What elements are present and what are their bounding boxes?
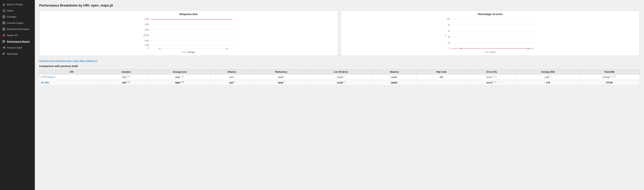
table-header-cell: Min(ms) (211, 70, 253, 75)
legend-label-average: average (187, 51, 195, 53)
svg-text:40: 40 (448, 36, 450, 38)
table-cell: 200 (416, 75, 466, 80)
svg-text:60: 60 (448, 30, 450, 32)
legend-line-average (182, 52, 186, 52)
arrow-up-icon (2, 3, 6, 6)
table-row: HTTP Request550+1505865+162104-25246-411… (40, 75, 640, 80)
svg-text:ms: ms (143, 34, 145, 36)
errors-chart-area: 100 80 60 40 20 0 % (343, 17, 637, 50)
svg-text:#3: #3 (527, 48, 530, 50)
table-cell: 0.0 %0.0 % (466, 75, 517, 80)
table-header-cell: Median(ms) (253, 70, 309, 75)
sidebar-item-back-to-project[interactable]: Back to Project (0, 2, 35, 7)
sidebar-item-performance-report[interactable]: Performance Report (0, 39, 35, 44)
errors-chart-box: Percentage of errors 100 80 60 40 20 0 % (341, 10, 640, 56)
response-time-svg: 6,000 5,000 4,000 3,000 2,000 1,000 0 ms (42, 17, 336, 50)
svg-text:2,000: 2,000 (144, 40, 149, 42)
table-header-cell: Errors (%) (466, 70, 517, 75)
table-header-cell: URI (40, 70, 104, 75)
sidebar-item-next-build[interactable]: Next Build (0, 51, 35, 57)
table-cell: 104-2 (211, 80, 253, 85)
svg-text:%: % (445, 34, 447, 36)
table-body: HTTP Request550+1505865+162104-25246-411… (40, 75, 640, 85)
sidebar-item-changes[interactable]: Changes (0, 14, 35, 20)
table-cell: 550+150 (104, 75, 148, 80)
table-header-cell: Average (ms) (148, 70, 211, 75)
main-content: Performance Breakdown by URI: open_maps.… (35, 0, 644, 190)
sidebar-item-label-previous-build: Previous Build (7, 46, 22, 49)
svg-text:#2: #2 (460, 48, 462, 50)
delete-icon (2, 34, 6, 37)
response-time-chart-area: 6,000 5,000 4,000 3,000 2,000 1,000 0 ms (42, 17, 336, 50)
charts-row: Response time 6,000 5,000 4,000 3,000 2,… (39, 10, 640, 56)
table-cell: 194060 (372, 80, 416, 85)
table-cell: HTTP Request (40, 75, 104, 80)
sidebar-item-previous-build[interactable]: Previous Build (0, 45, 35, 51)
table-header-cell: Max(ms) (372, 70, 416, 75)
table-cell: 5246-4 (253, 80, 309, 85)
table-cell: 5246-4 (253, 75, 309, 80)
response-time-chart-box: Response time 6,000 5,000 4,000 3,000 2,… (39, 10, 338, 56)
svg-text:100: 100 (447, 18, 450, 20)
table-header-cell: Line 90.0(ms) (309, 70, 372, 75)
svg-text:0: 0 (449, 47, 450, 49)
trends-link[interactable]: Response time trends for build: "Open Ma… (39, 59, 640, 62)
magnify-icon (2, 9, 6, 12)
svg-text:0: 0 (148, 47, 149, 49)
svg-text:80: 80 (448, 24, 450, 26)
table-header-cell: Http Code (416, 70, 466, 75)
errors-chart-title: Percentage of errors (343, 13, 637, 16)
table-cell: 575.98 (579, 80, 640, 85)
svg-text:6,000: 6,000 (144, 18, 149, 20)
arrow-left-icon (2, 46, 6, 49)
table-cell: 575.98+157.33 (579, 75, 640, 80)
legend-line-errors (485, 52, 489, 52)
table-header-cell: Average (KB) (517, 70, 579, 75)
chart-icon (2, 40, 6, 43)
sidebar-item-label-console-output: Console Output (7, 22, 23, 24)
sidebar-item-console-output[interactable]: Console Output (0, 20, 35, 26)
page-icon (2, 15, 6, 18)
table-cell: 104-2 (211, 75, 253, 80)
sidebar-item-delete-build[interactable]: Delete '#3' (0, 32, 35, 38)
errors-svg: 100 80 60 40 20 0 % (343, 17, 637, 50)
table-cell: 5865+162 (148, 80, 211, 85)
sidebar-item-edit-build-info[interactable]: Edit Build Information (0, 26, 35, 32)
edit-icon (2, 28, 6, 31)
svg-text:4,000: 4,000 (144, 29, 149, 31)
sidebar-item-label-changes: Changes (7, 16, 16, 18)
sidebar: Back to ProjectStatusChangesConsole Outp… (0, 0, 35, 190)
response-time-chart-title: Response time (42, 13, 336, 16)
comparison-title: Comparison with previous build (39, 65, 640, 68)
edit-icon (2, 21, 6, 25)
table-cell: 5865+162 (148, 75, 211, 80)
page-title: Performance Breakdown by URI: open_maps.… (39, 4, 640, 8)
svg-text:3,000: 3,000 (144, 34, 149, 36)
table-cell: 0.0 %0.0 % (466, 80, 517, 85)
svg-text:20: 20 (448, 42, 450, 44)
sidebar-item-label-back-to-project: Back to Project (7, 3, 23, 6)
svg-text:#3: #3 (226, 48, 228, 50)
sidebar-item-label-delete-build: Delete '#3' (7, 34, 18, 37)
table-cell: 1.05 (517, 80, 579, 85)
table-cell: All URIs (40, 80, 104, 85)
sidebar-item-label-performance-report: Performance Report (7, 40, 30, 43)
table-cell: 11335+1 (309, 80, 372, 85)
sidebar-item-label-status: Status (7, 9, 14, 12)
response-time-legend: average (42, 51, 336, 53)
table-cell (416, 80, 466, 85)
table-cell: 550+150 (104, 80, 148, 85)
table-cell: 11335+1 (309, 75, 372, 80)
arrow-right-icon (2, 52, 6, 55)
sidebar-item-status[interactable]: Status (0, 8, 35, 14)
table-cell: 1.050.0 (517, 75, 579, 80)
table-header: URISamplesAverage (ms)Min(ms)Median(ms)L… (40, 70, 640, 75)
table-header-cell: Total (KB) (579, 70, 640, 75)
table-row: All URIs550+1505865+162104-25246-411335+… (40, 80, 640, 85)
comparison-table: URISamplesAverage (ms)Min(ms)Median(ms)L… (39, 69, 640, 85)
svg-text:1,000: 1,000 (144, 44, 149, 46)
table-header-cell: Samples (104, 70, 148, 75)
table-header-row: URISamplesAverage (ms)Min(ms)Median(ms)L… (40, 70, 640, 75)
table-cell: 194060 (372, 75, 416, 80)
svg-text:#2: #2 (158, 48, 161, 50)
